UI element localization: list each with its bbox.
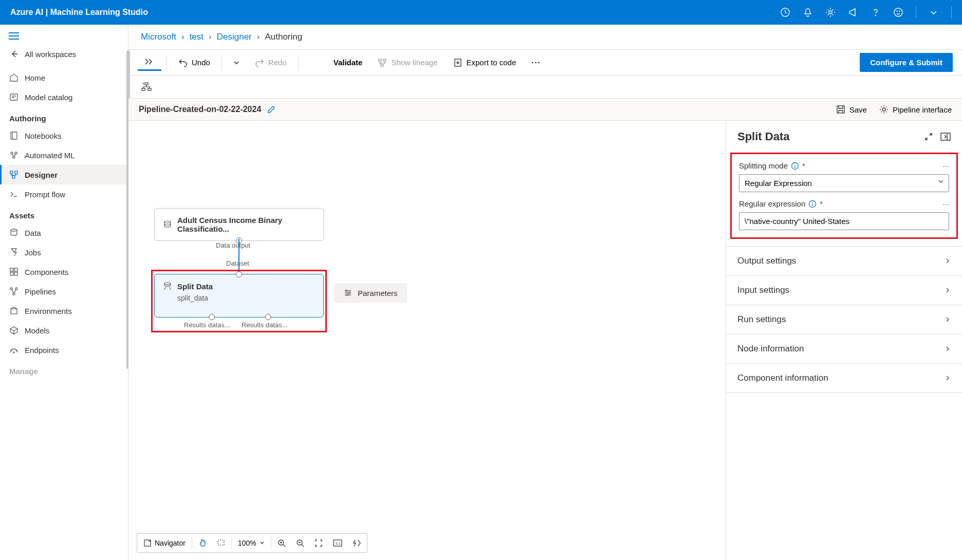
svg-rect-22 [11,309,17,314]
collapse-panel-icon[interactable] [940,133,951,141]
nav-notebooks[interactable]: Notebooks [0,126,128,145]
crumb-designer[interactable]: Designer [217,32,252,42]
pipeline-interface-label: Pipeline interface [893,105,952,114]
undo-dropdown[interactable] [227,55,246,70]
info-icon[interactable] [808,200,817,208]
chevron-right-icon: › [257,32,260,42]
acc-component-label: Component information [737,373,828,383]
zoom-in-button[interactable] [273,536,290,550]
more-icon[interactable]: ··· [942,199,949,208]
models-icon [9,326,18,335]
splitting-mode-select[interactable]: Regular Expression [739,174,949,192]
help-icon[interactable] [871,7,881,17]
svg-point-36 [349,292,350,294]
acc-output-settings[interactable]: Output settings [726,246,962,275]
redo-button[interactable]: Redo [249,54,293,71]
nav-jobs[interactable]: Jobs [0,242,128,262]
panel-title: Split Data [737,130,917,143]
acc-node-label: Node information [737,344,804,354]
nav-environments[interactable]: Environments [0,301,128,321]
svg-rect-17 [10,272,13,275]
sidebar: All workspaces Home Model catalog Author… [0,25,128,560]
back-all-workspaces[interactable]: All workspaces [0,44,128,64]
node-dataset[interactable]: Adult Census Income Binary Classificatio… [154,208,324,241]
nav-jobs-label: Jobs [25,248,41,257]
nav-data[interactable]: Data [0,223,128,242]
main: Microsoft › test › Designer › Authoring … [128,25,962,560]
input-port[interactable] [236,271,242,277]
bell-icon[interactable] [803,7,813,17]
node-split-data-sub: split_data [155,294,323,309]
clock-icon[interactable] [780,7,790,17]
actual-size-button[interactable]: 1:1 [329,536,346,550]
chevron-right-icon [945,258,951,264]
nav-models[interactable]: Models [0,321,128,340]
zoom-out-button[interactable] [292,536,308,550]
svg-point-14 [11,229,17,231]
svg-point-3 [894,8,902,16]
svg-point-35 [346,290,347,292]
pan-button[interactable] [194,536,211,550]
validate-button[interactable]: Validate [327,54,369,71]
regex-input[interactable] [739,212,949,230]
more-icon[interactable]: ··· [525,54,547,71]
notebook-icon [9,131,18,140]
acc-run-settings[interactable]: Run settings [726,305,962,334]
data-icon [9,228,18,237]
svg-rect-16 [14,268,17,271]
components-icon [9,267,18,276]
acc-node-info[interactable]: Node information [726,334,962,363]
crumb-test[interactable]: test [190,32,203,42]
chevron-down-icon[interactable] [929,7,939,17]
zoom-level[interactable]: 100% [234,536,269,550]
navigator-button[interactable]: Navigator [139,536,190,550]
svg-point-33 [164,221,171,223]
more-icon[interactable]: ··· [942,161,949,170]
node-split-data[interactable]: Split Data split_data [154,274,324,318]
canvas[interactable]: Adult Census Income Binary Classificatio… [128,121,726,560]
svg-rect-15 [10,268,13,271]
nav-home[interactable]: Home [0,68,128,87]
pipeline-interface-button[interactable]: Pipeline interface [879,105,952,114]
nav-prompt-flow[interactable]: Prompt flow [0,184,128,204]
hamburger-icon[interactable] [0,28,128,44]
validate-label: Validate [334,58,363,67]
graph-view-icon[interactable] [138,79,155,95]
output-port-1[interactable] [209,314,215,320]
undo-button[interactable]: Undo [172,54,216,71]
svg-point-23 [13,352,14,353]
port-label-results2: Results datas... [242,321,288,329]
configure-submit-button[interactable]: Configure & Submit [860,53,953,72]
show-lineage-button[interactable]: Show lineage [372,54,443,71]
nav-designer[interactable]: Designer [0,165,128,184]
crumb-microsoft[interactable]: Microsoft [141,32,176,42]
parameters-chip[interactable]: Parameters [334,283,407,303]
svg-rect-29 [142,88,145,90]
nav-components[interactable]: Components [0,262,128,282]
nav-endpoints[interactable]: Endpoints [0,340,128,360]
select-button[interactable] [213,536,229,550]
edit-name-icon[interactable] [267,105,275,114]
nav-model-catalog[interactable]: Model catalog [0,87,128,107]
output-port-2[interactable] [265,314,271,320]
svg-rect-6 [10,94,17,100]
smile-icon[interactable] [893,7,903,17]
acc-input-settings[interactable]: Input settings [726,275,962,305]
nav-automated-ml[interactable]: Automated ML [0,145,128,165]
redo-icon [255,58,264,67]
fit-screen-button[interactable] [310,536,327,550]
save-icon [836,105,845,114]
acc-component-info[interactable]: Component information [726,363,962,393]
info-icon[interactable] [791,162,799,170]
auto-layout-button[interactable] [348,536,365,550]
nav-pipelines[interactable]: Pipelines [0,282,128,301]
arrow-left-icon [9,49,18,59]
acc-input-label: Input settings [737,285,789,295]
expand-panel-icon[interactable] [138,54,161,71]
save-button[interactable]: Save [836,105,867,114]
expand-icon[interactable] [924,132,933,141]
gear-icon[interactable] [825,7,836,17]
export-button[interactable]: Export to code [447,54,523,71]
megaphone-icon[interactable] [848,7,858,17]
svg-point-37 [347,294,348,296]
